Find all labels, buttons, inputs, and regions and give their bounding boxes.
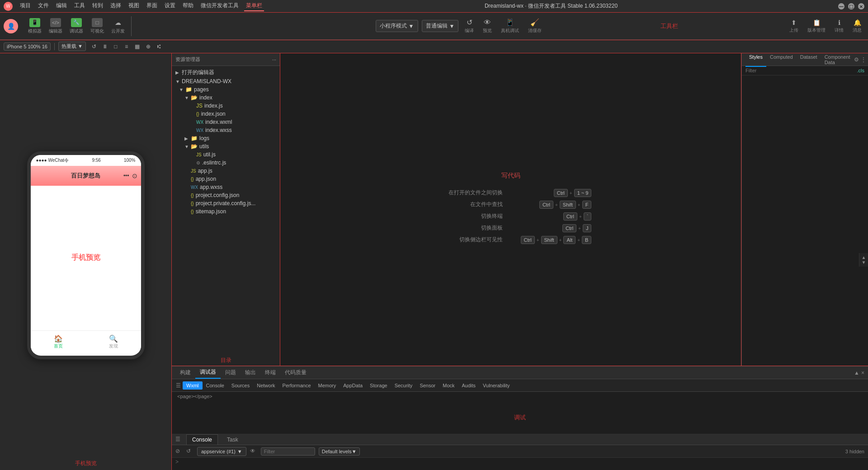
preview-button[interactable]: 👁 预览 — [480, 18, 495, 35]
tree-app-json[interactable]: ▶ {} app.json — [172, 175, 280, 183]
upload-button[interactable]: ⬆ 上传 — [787, 17, 801, 35]
tree-project-private[interactable]: ▶ {} project.private.config.js... — [172, 199, 280, 207]
filter-input[interactable] — [745, 68, 857, 73]
inspector-settings[interactable]: ⚙ — [854, 56, 859, 63]
nav-tab-sensor[interactable]: Sensor — [416, 381, 439, 390]
tree-eslintrc[interactable]: ▶ ⚙ .eslintrc.js — [172, 159, 280, 167]
nav-tab-network[interactable]: Network — [253, 381, 278, 390]
nav-tab-audits[interactable]: Audits — [458, 381, 480, 390]
menu-tool[interactable]: 工具 — [72, 1, 87, 11]
cls-label[interactable]: .cls — [857, 68, 865, 73]
more-icon[interactable]: ⑆ — [155, 42, 164, 51]
menu-file[interactable]: 文件 — [36, 1, 51, 11]
menu-select[interactable]: 选择 — [108, 1, 123, 11]
tree-index-folder[interactable]: ▼ 📂 index — [172, 94, 280, 102]
editor-button[interactable]: </> 编辑器 — [46, 16, 65, 36]
console-toolbar-icon[interactable]: ⊘ — [175, 448, 183, 455]
menu-interface[interactable]: 界面 — [145, 1, 159, 11]
side-btn-1[interactable]: ▲ — [862, 255, 866, 260]
service-select[interactable]: appservice (#1)▼ — [197, 447, 246, 456]
simulator-button[interactable]: 📱 模拟器 — [25, 16, 44, 36]
debug-tab-problems[interactable]: 问题 — [221, 367, 241, 378]
nav-tab-mock[interactable]: Mock — [439, 381, 458, 390]
tree-index-json[interactable]: ▶ {} index.json — [172, 110, 280, 118]
grid-icon[interactable]: ▦ — [133, 42, 142, 51]
tree-recent[interactable]: ▶ 打开的编辑器 — [172, 68, 280, 77]
nav-tab-vulnerability[interactable]: Vulnerability — [479, 381, 514, 390]
phone-tab-home[interactable]: 🏠 首页 — [31, 331, 86, 353]
version-button[interactable]: 📋 版本管理 — [805, 17, 828, 35]
maximize-button[interactable]: □ — [848, 3, 854, 9]
device-select[interactable]: iPhone 5 100% 16 — [4, 42, 51, 51]
debug-tab-debugger[interactable]: 调试器 — [195, 367, 221, 379]
debug-close[interactable]: × — [861, 370, 864, 376]
debug-collapse[interactable]: ▲ — [854, 370, 859, 376]
tab-styles[interactable]: Styles — [745, 52, 766, 67]
pause-icon[interactable]: ⏸ — [100, 42, 109, 51]
debugger-button[interactable]: 🔧 调试器 — [67, 16, 86, 36]
details-button[interactable]: ℹ 详情 — [832, 17, 846, 35]
debug-menu-icon[interactable]: ☰ — [174, 381, 183, 390]
menu-goto[interactable]: 转到 — [90, 1, 105, 11]
console-tab-console[interactable]: Console — [186, 434, 218, 445]
tab-component-data[interactable]: Component Data — [821, 52, 854, 67]
nav-tab-appdata[interactable]: AppData — [340, 381, 366, 390]
hotspot-button[interactable]: 热重载 ▼ — [58, 42, 86, 51]
minimize-button[interactable]: ─ — [838, 3, 844, 9]
console-refresh-icon[interactable]: ↺ — [186, 448, 193, 455]
visual-button[interactable]: □ 可视化 — [88, 16, 107, 36]
compile-select[interactable]: 普通编辑▼ — [422, 20, 459, 32]
inspector-more[interactable]: ⋮ — [861, 56, 866, 63]
phone-tab-discover[interactable]: 🔍 发现 — [86, 331, 141, 353]
tree-index-wxml[interactable]: ▶ WX index.wxml — [172, 118, 280, 126]
side-btn-2[interactable]: ▼ — [862, 260, 866, 265]
nav-tab-security[interactable]: Security — [391, 381, 416, 390]
menu-highlight[interactable]: 菜单栏 — [244, 1, 264, 11]
debug-tab-output[interactable]: 输出 — [241, 367, 260, 378]
close-button[interactable]: × — [858, 3, 864, 9]
notification-button[interactable]: 🔔 消息 — [850, 17, 864, 35]
tree-pages-folder[interactable]: ▼ 📁 pages — [172, 85, 280, 94]
menu-view[interactable]: 视图 — [127, 1, 141, 11]
tree-logs-folder[interactable]: ▶ 📁 logs — [172, 134, 280, 142]
tree-app-wxss[interactable]: ▶ WX app.wxss — [172, 183, 280, 191]
nav-tab-memory[interactable]: Memory — [315, 381, 340, 390]
level-select[interactable]: Default levels▼ — [319, 447, 360, 456]
debug-tab-quality[interactable]: 代码质量 — [280, 367, 311, 378]
tree-utils-folder[interactable]: ▼ 📂 utils — [172, 142, 280, 150]
nav-tab-sources[interactable]: Sources — [228, 381, 253, 390]
menu-edit[interactable]: 编辑 — [54, 1, 69, 11]
tree-util-js[interactable]: ▶ JS util.js — [172, 150, 280, 159]
rotate-icon[interactable]: ↺ — [90, 42, 99, 51]
console-filter[interactable] — [261, 447, 315, 456]
tab-computed[interactable]: Computed — [766, 52, 797, 67]
menu-help[interactable]: 帮助 — [181, 1, 195, 11]
refresh-button[interactable]: ↺ 编译 — [462, 17, 476, 35]
tree-index-wxss[interactable]: ▶ WX index.wxss — [172, 126, 280, 134]
nav-tab-wxml[interactable]: Wxml — [183, 381, 203, 390]
tree-app-js[interactable]: ▶ JS app.js — [172, 167, 280, 175]
tree-project[interactable]: ▼ DREAMISLAND-WX — [172, 77, 280, 85]
screenshot-icon[interactable]: □ — [111, 42, 120, 51]
mode-select[interactable]: 小程序模式▼ — [376, 20, 418, 32]
tree-project-config[interactable]: ▶ {} project.config.json — [172, 191, 280, 199]
nav-tab-storage[interactable]: Storage — [366, 381, 391, 390]
file-tree-more[interactable]: ··· — [272, 57, 276, 62]
tree-index-js[interactable]: ▶ JS index.js — [172, 102, 280, 110]
tree-sitemap[interactable]: ▶ {} sitemap.json — [172, 207, 280, 216]
console-eye-icon[interactable]: 👁 — [250, 448, 257, 455]
debug-tab-build[interactable]: 构建 — [175, 367, 195, 378]
console-menu[interactable]: ☰ — [175, 436, 183, 443]
nav-tab-console[interactable]: Console — [203, 381, 228, 390]
menu-project[interactable]: 项目 — [18, 1, 33, 11]
nav-tab-performance[interactable]: Performance — [279, 381, 315, 390]
device-debug-button[interactable]: 📱 真机调试 — [498, 17, 522, 35]
clear-cache-button[interactable]: 🧹 清缓存 — [525, 17, 544, 35]
tab-dataset[interactable]: Dataset — [797, 52, 821, 67]
add-icon[interactable]: ⊕ — [144, 42, 153, 51]
menu-wechat[interactable]: 微信开发者工具 — [199, 1, 241, 11]
menu-icon[interactable]: ≡ — [122, 42, 131, 51]
console-tab-task[interactable]: Task — [222, 435, 244, 445]
menu-settings[interactable]: 设置 — [163, 1, 177, 11]
cloud-button[interactable]: ☁ 云开发 — [108, 16, 127, 36]
